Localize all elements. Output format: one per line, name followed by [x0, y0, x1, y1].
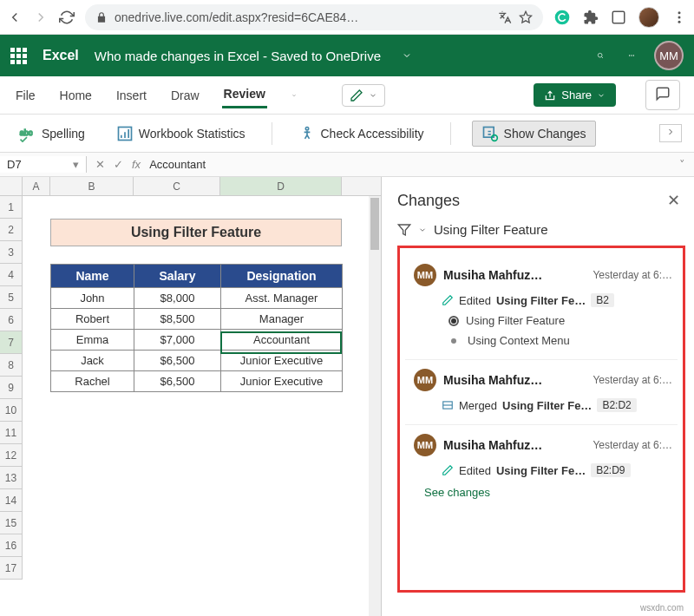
cell[interactable]: Emma	[51, 330, 134, 351]
row-header[interactable]: 15	[0, 512, 23, 534]
show-changes-button[interactable]: Show Changes	[472, 121, 596, 147]
row-header[interactable]: 12	[0, 444, 23, 467]
row-header[interactable]: 1	[0, 196, 23, 219]
row-header[interactable]: 14	[0, 489, 23, 512]
user-avatar[interactable]: MM	[654, 41, 684, 70]
chevron-down-icon	[597, 91, 606, 100]
cell[interactable]: Rachel	[51, 371, 134, 392]
row-header[interactable]: 8	[0, 354, 23, 377]
table-header[interactable]: Name	[51, 265, 134, 288]
table-header[interactable]: Salary	[134, 265, 221, 288]
row-header[interactable]: 16	[0, 534, 23, 557]
row-header[interactable]: 13	[0, 467, 23, 489]
vertical-scrollbar[interactable]	[369, 196, 381, 616]
back-icon[interactable]	[7, 10, 23, 25]
change-time: Yesterday at 6:…	[593, 374, 672, 386]
stats-label: Workbook Statistics	[139, 127, 246, 141]
change-target: Using Filter Fe…	[496, 464, 586, 477]
cell[interactable]: John	[51, 288, 134, 309]
share-button[interactable]: Share	[534, 83, 616, 107]
menu-dots-icon[interactable]	[671, 10, 687, 25]
pen-icon	[350, 88, 363, 102]
comments-button[interactable]	[645, 80, 680, 110]
table-header[interactable]: Designation	[221, 265, 343, 288]
cell[interactable]: Asst. Manager	[221, 288, 343, 309]
spelling-button[interactable]: abc Spelling	[12, 121, 90, 146]
row-header[interactable]: 7	[0, 331, 23, 354]
change-option[interactable]: Using Context Menu	[448, 334, 672, 347]
cell[interactable]: Junior Executive	[221, 371, 343, 392]
col-header[interactable]: A	[23, 177, 50, 195]
change-card[interactable]: MM Musiha Mahfuz… Yesterday at 6:… Edite…	[405, 425, 678, 511]
address-bar[interactable]: onedrive.live.com/edit.aspx?resid=6CAE84…	[85, 4, 543, 30]
tabs-overflow-icon[interactable]	[288, 89, 300, 102]
chevron-down-icon[interactable]	[402, 50, 412, 61]
tab-insert[interactable]: Insert	[115, 83, 148, 108]
row-header[interactable]: 9	[0, 377, 23, 399]
formula-input[interactable]: Accountant	[149, 158, 206, 171]
cell[interactable]: $7,000	[134, 330, 221, 351]
filter-row[interactable]: Using Filter Feature	[397, 219, 685, 246]
change-card[interactable]: MM Musiha Mahfuz… Yesterday at 6:… Edite…	[405, 255, 678, 360]
cell[interactable]: Manager	[221, 309, 343, 330]
app-launcher-icon[interactable]	[10, 48, 27, 64]
sheet-title-cell[interactable]: Using Filter Feature	[50, 219, 342, 246]
col-header[interactable]: D	[220, 177, 342, 195]
cell[interactable]: Junior Executive	[221, 351, 343, 371]
see-changes-link[interactable]: See changes	[424, 486, 672, 499]
search-icon[interactable]	[592, 47, 609, 64]
document-title[interactable]: Who made changes in Excel - Saved to One…	[95, 49, 381, 63]
confirm-icon[interactable]: ✓	[114, 158, 123, 171]
stats-icon	[116, 125, 134, 142]
forward-icon[interactable]	[33, 10, 49, 25]
row-header[interactable]: 11	[0, 422, 23, 444]
tab-draw[interactable]: Draw	[169, 83, 201, 108]
author-name: Musiha Mahfuz…	[443, 268, 586, 282]
tab-home[interactable]: Home	[58, 83, 94, 108]
bookmarks-icon[interactable]	[611, 10, 626, 25]
change-option[interactable]: Using Filter Feature	[448, 314, 672, 327]
row-header[interactable]: 17	[0, 557, 23, 580]
row-header[interactable]: 3	[0, 241, 23, 264]
row-header[interactable]: 2	[0, 219, 23, 241]
cell[interactable]: Jack	[51, 351, 134, 371]
select-all-corner[interactable]	[0, 177, 23, 195]
row-headers: 1 2 3 4 5 6 7 8 9 10 11 12 13 14 15 16 1…	[0, 196, 23, 580]
row-header[interactable]: 4	[0, 264, 23, 286]
comment-icon	[655, 86, 671, 102]
more-icon[interactable]	[623, 47, 640, 64]
editing-mode-button[interactable]	[342, 84, 385, 107]
cell[interactable]: Accountant	[221, 330, 343, 351]
col-header[interactable]: C	[134, 177, 220, 195]
cancel-icon[interactable]: ✕	[95, 158, 105, 171]
close-icon[interactable]: ✕	[667, 191, 680, 210]
cell[interactable]: $8,500	[134, 309, 221, 330]
cell-grid[interactable]: Using Filter Feature Name Salary Designa…	[23, 196, 381, 580]
change-card[interactable]: MM Musiha Mahfuz… Yesterday at 6:… Merge…	[405, 360, 678, 425]
svg-point-9	[633, 55, 634, 56]
ribbon-overflow-button[interactable]	[659, 124, 682, 142]
formula-expand-icon[interactable]: ˅	[679, 158, 685, 171]
translate-icon[interactable]	[498, 10, 512, 24]
grammarly-icon[interactable]	[553, 9, 571, 26]
cell[interactable]: $6,500	[134, 351, 221, 371]
profile-avatar[interactable]	[638, 7, 659, 28]
tab-review[interactable]: Review	[222, 82, 267, 108]
worksheet[interactable]: A B C D 1 2 3 4 5 6 7 8 9 10 11 12 13 14…	[0, 177, 382, 616]
row-header[interactable]: 5	[0, 286, 23, 309]
fx-icon[interactable]: fx	[132, 158, 141, 171]
reload-icon[interactable]	[59, 10, 75, 25]
star-icon[interactable]	[519, 10, 533, 24]
url-text: onedrive.live.com/edit.aspx?resid=6CAE84…	[115, 10, 491, 24]
stats-button[interactable]: Workbook Statistics	[111, 121, 251, 146]
cell[interactable]: $8,000	[134, 288, 221, 309]
col-header[interactable]: B	[50, 177, 134, 195]
extensions-icon[interactable]	[583, 10, 599, 25]
name-box[interactable]: D7 ▾	[0, 156, 87, 173]
row-header[interactable]: 10	[0, 399, 23, 422]
row-header[interactable]: 6	[0, 309, 23, 331]
accessibility-button[interactable]: Check Accessibility	[293, 121, 429, 146]
cell[interactable]: $6,500	[134, 371, 221, 392]
cell[interactable]: Robert	[51, 309, 134, 330]
tab-file[interactable]: File	[14, 83, 37, 108]
